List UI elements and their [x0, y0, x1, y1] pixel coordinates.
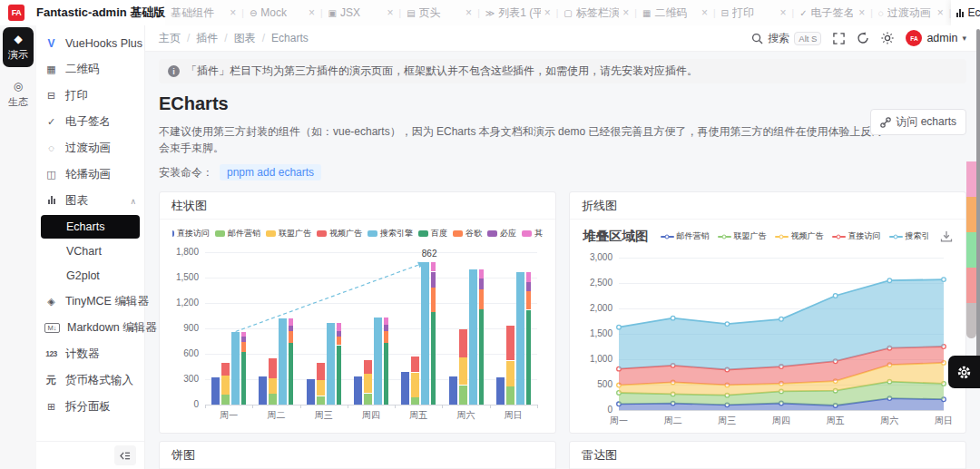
- legend-swatch: [266, 230, 276, 237]
- tab-tabbar-demo[interactable]: ▢标签栏演示×: [558, 0, 634, 25]
- legend-item[interactable]: 百度: [418, 228, 447, 239]
- rail-item-ecosystem[interactable]: ◎生态: [3, 74, 34, 114]
- legend-item[interactable]: 其他: [522, 228, 543, 239]
- tab-jsx[interactable]: ▣JSX×: [323, 0, 399, 25]
- sidebar-footer: [36, 441, 144, 469]
- legend-swatch: [317, 230, 327, 237]
- legend-item[interactable]: 直接访问: [172, 228, 210, 239]
- close-icon[interactable]: ×: [544, 7, 551, 18]
- legend-item[interactable]: 必应: [487, 228, 516, 239]
- link-icon: [880, 117, 891, 128]
- fullscreen-icon: [833, 33, 845, 44]
- theme-toggle-button[interactable]: [881, 32, 894, 44]
- legend-label: 必应: [500, 228, 516, 239]
- sidebar-item-carousel[interactable]: ◫轮播动画: [36, 161, 144, 188]
- tab-transition[interactable]: ◌过渡动画×: [873, 0, 949, 25]
- tab-list1[interactable]: ≫列表1 (平级模×: [480, 0, 556, 25]
- sidebar-item-tinymce[interactable]: ◈TinyMCE 编辑器: [36, 288, 144, 315]
- visit-echarts-button[interactable]: 访问 echarts: [870, 109, 966, 135]
- sidebar-item-label: VueHooks Plus: [65, 37, 142, 50]
- legend-item[interactable]: 视频广告: [775, 230, 824, 242]
- markdown-icon: M↓: [44, 323, 60, 334]
- sidebar-item-split-panel[interactable]: ⊞拆分面板: [36, 394, 144, 420]
- legend-label: 搜索引擎: [906, 230, 929, 242]
- tab-basic-components[interactable]: 基础组件×: [165, 0, 241, 25]
- breadcrumb-item[interactable]: 图表: [234, 31, 256, 46]
- legend-label: 邮件营销: [228, 228, 260, 239]
- settings-fab-button[interactable]: [948, 356, 980, 388]
- legend-item[interactable]: 直接访问: [832, 230, 881, 242]
- breadcrumb-separator: /: [187, 32, 190, 44]
- refresh-button[interactable]: [857, 32, 869, 44]
- sidebar-item-echarts[interactable]: Echarts: [41, 215, 140, 239]
- app-window: FA Fantastic-admin 基础版 基础组件×|⊖Mock×|▣JSX…: [0, 0, 980, 469]
- tab-page-header[interactable]: ▤页头×: [401, 0, 477, 25]
- anchor-color-strip[interactable]: [966, 161, 976, 338]
- close-icon[interactable]: ×: [466, 7, 472, 18]
- legend-item[interactable]: 视频广告: [317, 228, 362, 239]
- tab-label: 二维码: [654, 5, 698, 21]
- tab-label: 过渡动画: [887, 5, 934, 21]
- sidebar-item-qrcode[interactable]: ▦二维码: [36, 56, 144, 83]
- search-button[interactable]: 搜索 Alt S: [751, 31, 821, 46]
- legend-item[interactable]: 谷歌: [453, 228, 482, 239]
- sidebar-item-signature[interactable]: ✓电子签名: [36, 109, 144, 135]
- legend-item[interactable]: 联盟广告: [718, 230, 767, 242]
- tab-echarts[interactable]: Echarts×: [951, 0, 980, 25]
- legend-line-marker: [718, 236, 731, 238]
- close-icon[interactable]: ×: [622, 7, 629, 18]
- legend-item[interactable]: 邮件营销: [215, 228, 260, 239]
- sidebar-collapse-button[interactable]: [114, 445, 136, 465]
- app-title: Fantastic-admin 基础版: [36, 5, 165, 21]
- panel-pie-chart: 饼图 直接访问 某站点用户访问来源: [159, 441, 556, 469]
- nav-rail: ◆演示◎生态: [0, 25, 36, 469]
- sidebar-item-currency-input[interactable]: 元货币格式输入: [36, 367, 144, 394]
- close-icon[interactable]: ×: [309, 7, 315, 18]
- fullscreen-button[interactable]: [833, 33, 845, 44]
- sidebar-item-counter[interactable]: 123计数器: [36, 341, 144, 367]
- sidebar-item-print[interactable]: ⊟打印: [36, 83, 144, 109]
- area-chart[interactable]: 05001,0001,5002,0002,5003,000周一周二周三周四周五周…: [583, 247, 953, 430]
- close-icon[interactable]: ×: [937, 7, 944, 18]
- signature-icon: ✓: [44, 117, 58, 127]
- page-scrollbar[interactable]: [976, 29, 980, 372]
- breadcrumb-item[interactable]: Echarts: [271, 32, 309, 44]
- sidebar-item-label: 二维码: [65, 62, 100, 77]
- legend-item[interactable]: 联盟广告: [266, 228, 311, 239]
- close-icon[interactable]: ×: [387, 7, 394, 18]
- close-icon[interactable]: ×: [858, 7, 865, 18]
- bar-chart[interactable]: 03006009001,2001,5001,800周一周二周三周四周五周六周日8…: [172, 241, 543, 425]
- close-icon[interactable]: ×: [780, 7, 787, 18]
- close-icon[interactable]: ×: [230, 7, 236, 18]
- tab-qrcode[interactable]: ▦二维码×: [637, 0, 713, 25]
- brand: FA Fantastic-admin 基础版: [0, 0, 165, 25]
- legend-item[interactable]: 邮件营销: [661, 230, 710, 242]
- page-header: ECharts 不建议使用第三方封装的组件（如：vue-echarts），因为 …: [159, 93, 966, 181]
- tab-label: JSX: [340, 6, 384, 19]
- tab-mock[interactable]: ⊖Mock×: [244, 0, 320, 25]
- sidebar-item-vchart[interactable]: VChart: [41, 239, 140, 263]
- panel-bar-body: 直接访问邮件营销联盟广告视频广告搜索引擎百度谷歌必应其他 03006009001…: [160, 220, 555, 427]
- close-icon[interactable]: ×: [701, 7, 708, 18]
- breadcrumb-item[interactable]: 插件: [196, 31, 218, 46]
- legend-item[interactable]: 搜索引擎: [889, 230, 929, 242]
- panel-bar-chart: 柱状图 直接访问邮件营销联盟广告视频广告搜索引擎百度谷歌必应其他 0300600…: [159, 191, 556, 434]
- tab-print[interactable]: ⊟打印×: [716, 0, 792, 25]
- sidebar-item-charts[interactable]: 图表∧: [36, 188, 144, 214]
- printer-icon: ⊟: [721, 8, 729, 18]
- rail-item-label: 生态: [8, 95, 28, 109]
- legend-item[interactable]: 搜索引擎: [368, 228, 413, 239]
- sidebar-item-vuehooks-plus[interactable]: VVueHooks Plus: [36, 30, 144, 56]
- user-menu[interactable]: FA admin ▾: [906, 30, 966, 46]
- sidebar-item-transition[interactable]: ◌过渡动画: [36, 135, 144, 161]
- tab-signature[interactable]: ✓电子签名×: [794, 0, 870, 25]
- download-button[interactable]: [940, 230, 953, 242]
- panel-line-body: 堆叠区域图 邮件营销联盟广告视频广告直接访问搜索引擎 05001,0001,50: [570, 220, 965, 433]
- legend-label: 谷歌: [466, 228, 482, 239]
- sidebar-item-label: 拆分面板: [65, 399, 111, 415]
- rail-item-demo[interactable]: ◆演示: [3, 27, 34, 67]
- sidebar-item-g2plot[interactable]: G2plot: [41, 264, 140, 288]
- sidebar-item-markdown[interactable]: M↓Markdown 编辑器: [36, 315, 144, 341]
- install-command-tag[interactable]: pnpm add echarts: [220, 164, 321, 181]
- breadcrumb-item[interactable]: 主页: [159, 31, 181, 46]
